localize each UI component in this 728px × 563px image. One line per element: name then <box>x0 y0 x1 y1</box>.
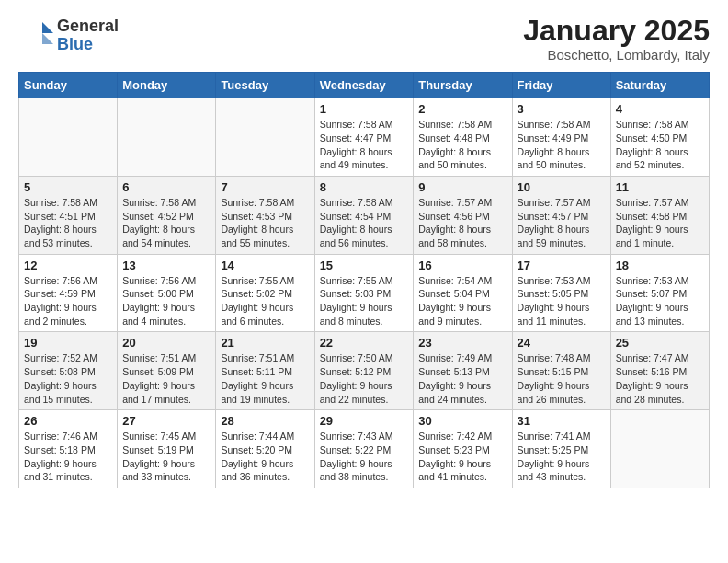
table-row: 3Sunrise: 7:58 AM Sunset: 4:49 PM Daylig… <box>512 98 610 177</box>
table-row: 13Sunrise: 7:56 AM Sunset: 5:00 PM Dayli… <box>118 254 216 332</box>
day-info: Sunrise: 7:53 AM Sunset: 5:05 PM Dayligh… <box>518 274 606 328</box>
day-number: 21 <box>221 336 309 350</box>
day-info: Sunrise: 7:58 AM Sunset: 4:48 PM Dayligh… <box>418 118 506 172</box>
day-number: 16 <box>418 259 506 272</box>
day-number: 25 <box>616 336 704 350</box>
day-info: Sunrise: 7:57 AM Sunset: 4:57 PM Dayligh… <box>518 196 606 250</box>
day-info: Sunrise: 7:57 AM Sunset: 4:56 PM Dayligh… <box>418 196 506 250</box>
day-number: 9 <box>418 180 506 194</box>
table-row <box>118 98 216 177</box>
day-info: Sunrise: 7:49 AM Sunset: 5:13 PM Dayligh… <box>418 351 506 406</box>
table-row: 8Sunrise: 7:58 AM Sunset: 4:54 PM Daylig… <box>314 176 414 254</box>
table-row <box>610 410 709 488</box>
header-friday: Friday <box>512 73 610 98</box>
day-number: 18 <box>616 259 704 272</box>
logo-general-text: General <box>57 17 119 36</box>
header-sunday: Sunday <box>19 73 118 98</box>
table-row: 26Sunrise: 7:46 AM Sunset: 5:18 PM Dayli… <box>19 410 118 488</box>
day-number: 5 <box>24 180 112 194</box>
table-row: 20Sunrise: 7:51 AM Sunset: 5:09 PM Dayli… <box>118 332 216 410</box>
calendar-header-row: Sunday Monday Tuesday Wednesday Thursday… <box>19 73 710 98</box>
day-number: 14 <box>221 259 309 272</box>
day-info: Sunrise: 7:50 AM Sunset: 5:12 PM Dayligh… <box>320 351 409 406</box>
table-row: 5Sunrise: 7:58 AM Sunset: 4:51 PM Daylig… <box>19 176 118 254</box>
logo: General Blue <box>18 15 119 57</box>
calendar-week-row: 1Sunrise: 7:58 AM Sunset: 4:47 PM Daylig… <box>19 98 710 177</box>
day-info: Sunrise: 7:51 AM Sunset: 5:11 PM Dayligh… <box>221 351 309 406</box>
day-number: 29 <box>320 414 409 428</box>
table-row: 1Sunrise: 7:58 AM Sunset: 4:47 PM Daylig… <box>314 98 414 177</box>
day-number: 23 <box>418 336 506 350</box>
day-info: Sunrise: 7:43 AM Sunset: 5:22 PM Dayligh… <box>320 430 409 484</box>
table-row: 12Sunrise: 7:56 AM Sunset: 4:59 PM Dayli… <box>19 254 118 332</box>
day-number: 2 <box>418 102 506 116</box>
day-number: 13 <box>122 259 210 272</box>
day-number: 12 <box>24 259 112 272</box>
day-number: 20 <box>122 336 210 350</box>
calendar-table: Sunday Monday Tuesday Wednesday Thursday… <box>18 72 710 488</box>
day-number: 30 <box>418 414 506 428</box>
header-thursday: Thursday <box>414 73 512 98</box>
day-number: 4 <box>616 102 704 116</box>
day-number: 31 <box>518 414 606 428</box>
day-info: Sunrise: 7:45 AM Sunset: 5:19 PM Dayligh… <box>122 430 210 484</box>
day-info: Sunrise: 7:42 AM Sunset: 5:23 PM Dayligh… <box>418 430 506 484</box>
table-row: 10Sunrise: 7:57 AM Sunset: 4:57 PM Dayli… <box>512 176 610 254</box>
location-subtitle: Boschetto, Lombardy, Italy <box>523 47 710 63</box>
day-info: Sunrise: 7:47 AM Sunset: 5:16 PM Dayligh… <box>616 351 704 406</box>
table-row: 6Sunrise: 7:58 AM Sunset: 4:52 PM Daylig… <box>118 176 216 254</box>
day-info: Sunrise: 7:58 AM Sunset: 4:47 PM Dayligh… <box>320 118 409 172</box>
day-number: 26 <box>24 414 112 428</box>
table-row <box>216 98 314 177</box>
header-tuesday: Tuesday <box>216 73 314 98</box>
day-info: Sunrise: 7:58 AM Sunset: 4:49 PM Dayligh… <box>518 118 606 172</box>
title-block: January 2025 Boschetto, Lombardy, Italy <box>523 15 710 63</box>
day-number: 6 <box>122 180 210 194</box>
day-number: 1 <box>320 102 409 116</box>
day-number: 19 <box>24 336 112 350</box>
table-row: 4Sunrise: 7:58 AM Sunset: 4:50 PM Daylig… <box>610 98 709 177</box>
day-info: Sunrise: 7:53 AM Sunset: 5:07 PM Dayligh… <box>616 274 704 328</box>
day-info: Sunrise: 7:52 AM Sunset: 5:08 PM Dayligh… <box>24 351 112 406</box>
day-info: Sunrise: 7:58 AM Sunset: 4:51 PM Dayligh… <box>24 196 112 250</box>
table-row: 21Sunrise: 7:51 AM Sunset: 5:11 PM Dayli… <box>216 332 314 410</box>
day-info: Sunrise: 7:56 AM Sunset: 4:59 PM Dayligh… <box>24 274 112 328</box>
day-info: Sunrise: 7:48 AM Sunset: 5:15 PM Dayligh… <box>518 351 606 406</box>
day-number: 7 <box>221 180 309 194</box>
day-number: 8 <box>320 180 409 194</box>
day-info: Sunrise: 7:55 AM Sunset: 5:03 PM Dayligh… <box>320 274 409 328</box>
day-info: Sunrise: 7:55 AM Sunset: 5:02 PM Dayligh… <box>221 274 309 328</box>
table-row: 2Sunrise: 7:58 AM Sunset: 4:48 PM Daylig… <box>414 98 512 177</box>
day-number: 27 <box>122 414 210 428</box>
table-row: 16Sunrise: 7:54 AM Sunset: 5:04 PM Dayli… <box>414 254 512 332</box>
table-row: 22Sunrise: 7:50 AM Sunset: 5:12 PM Dayli… <box>314 332 414 410</box>
day-number: 24 <box>518 336 606 350</box>
header-saturday: Saturday <box>610 73 709 98</box>
day-number: 22 <box>320 336 409 350</box>
table-row: 27Sunrise: 7:45 AM Sunset: 5:19 PM Dayli… <box>118 410 216 488</box>
day-number: 3 <box>518 102 606 116</box>
logo-icon <box>18 15 57 57</box>
day-number: 17 <box>518 259 606 272</box>
day-info: Sunrise: 7:58 AM Sunset: 4:50 PM Dayligh… <box>616 118 704 172</box>
table-row: 15Sunrise: 7:55 AM Sunset: 5:03 PM Dayli… <box>314 254 414 332</box>
month-title: January 2025 <box>523 15 710 47</box>
table-row: 7Sunrise: 7:58 AM Sunset: 4:53 PM Daylig… <box>216 176 314 254</box>
day-number: 15 <box>320 259 409 272</box>
day-info: Sunrise: 7:51 AM Sunset: 5:09 PM Dayligh… <box>122 351 210 406</box>
day-info: Sunrise: 7:54 AM Sunset: 5:04 PM Dayligh… <box>418 274 506 328</box>
table-row: 19Sunrise: 7:52 AM Sunset: 5:08 PM Dayli… <box>19 332 118 410</box>
calendar-week-row: 19Sunrise: 7:52 AM Sunset: 5:08 PM Dayli… <box>19 332 710 410</box>
table-row: 17Sunrise: 7:53 AM Sunset: 5:05 PM Dayli… <box>512 254 610 332</box>
page: General Blue January 2025 Boschetto, Lom… <box>0 0 728 507</box>
table-row: 14Sunrise: 7:55 AM Sunset: 5:02 PM Dayli… <box>216 254 314 332</box>
day-info: Sunrise: 7:41 AM Sunset: 5:25 PM Dayligh… <box>518 430 606 484</box>
logo-blue-text: Blue <box>57 36 119 54</box>
table-row <box>19 98 118 177</box>
logo-text: General Blue <box>57 17 119 54</box>
table-row: 29Sunrise: 7:43 AM Sunset: 5:22 PM Dayli… <box>314 410 414 488</box>
table-row: 18Sunrise: 7:53 AM Sunset: 5:07 PM Dayli… <box>610 254 709 332</box>
day-info: Sunrise: 7:46 AM Sunset: 5:18 PM Dayligh… <box>24 430 112 484</box>
calendar-week-row: 5Sunrise: 7:58 AM Sunset: 4:51 PM Daylig… <box>19 176 710 254</box>
table-row: 23Sunrise: 7:49 AM Sunset: 5:13 PM Dayli… <box>414 332 512 410</box>
